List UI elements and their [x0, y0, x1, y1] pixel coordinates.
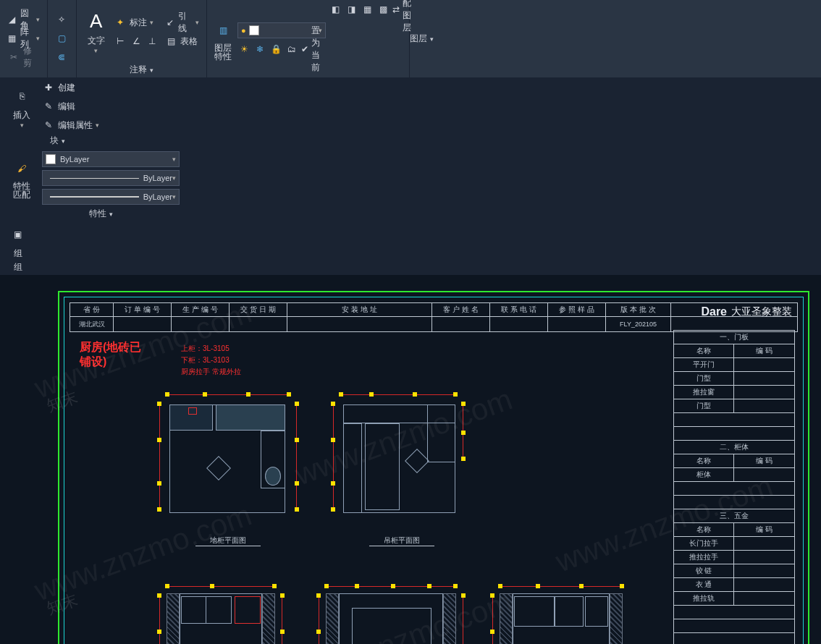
trim-button[interactable]: ✂修剪 — [7, 49, 40, 65]
edit-label: 编辑 — [58, 101, 75, 113]
fillet-icon: ◢ — [7, 13, 17, 26]
leader-label: 引线 — [178, 10, 193, 35]
leader-button[interactable]: ↙引线▾ — [164, 14, 199, 30]
create-icon: ✚ — [42, 81, 55, 94]
brand-name: 大亚圣象整装 — [731, 305, 792, 318]
st-s2-title: 二、柜体 — [674, 441, 794, 454]
setcurrent-label: 置为当前 — [311, 25, 326, 74]
brand-logo: Dare — [701, 305, 727, 318]
dim-label: 标注 — [130, 17, 147, 29]
dim-tool-3[interactable]: ⊥ — [146, 33, 159, 49]
layeroff-icon: ❄ — [253, 43, 266, 56]
text-button[interactable]: A文字▾ — [81, 1, 111, 62]
layer-tool-1[interactable]: ☀ — [237, 41, 250, 57]
layer-props-button[interactable]: ▥图层 特性 — [211, 1, 235, 77]
group-button[interactable]: ▣组 — [4, 223, 31, 260]
insert-icon: ⎘ — [10, 85, 33, 108]
layer7-icon: ▦ — [361, 3, 374, 16]
group-icon: ▣ — [7, 223, 30, 246]
st-s3-title: 三、五金 — [674, 509, 794, 522]
explode-icon: ✧ — [55, 13, 68, 26]
trim-label: 修剪 — [23, 45, 40, 69]
ribbon-group-modify2: ✧ ▢ ⋐ — [48, 0, 77, 77]
layer-tool-2[interactable]: ❄ — [253, 41, 266, 57]
table-button[interactable]: ▤表格 — [164, 33, 199, 49]
dim-tool-1[interactable]: ⊢ — [114, 33, 127, 49]
plan1-label: 地柜平面图 — [195, 535, 261, 546]
lineweight-dropdown[interactable]: ByLayer▾ — [42, 189, 180, 205]
dimension-button[interactable]: ✦标注▾ — [114, 14, 159, 30]
tool-2[interactable]: ▢ — [55, 30, 68, 46]
layer-tool-8[interactable]: ▩ — [376, 1, 390, 17]
layerprops-icon: ▥ — [211, 19, 235, 42]
matchprop-label: 特性 匹配 — [13, 182, 30, 199]
ribbon-group-block: ⎘插入▾ ✚创建 ✎编辑 ✎编辑属性▾ 块▾ — [0, 78, 116, 148]
view-plan2 — [333, 394, 463, 525]
angdim-icon: ∠ — [130, 35, 143, 48]
layer-tool-4[interactable]: 🗂 — [285, 41, 298, 57]
linetype-dropdown[interactable]: ByLayer▾ — [42, 170, 180, 186]
layerlock-icon: 🗂 — [285, 43, 298, 56]
brand: Dare 大亚圣象整装 — [701, 305, 792, 318]
ribbon-group-properties: 🖌特性 匹配 ByLayer▾ ByLayer▾ ByLayer▾ 特性▾ — [0, 148, 203, 221]
properties-group-label: 特性▾ — [4, 206, 198, 221]
tool-1[interactable]: ✧ — [55, 12, 68, 27]
linetype-value: ByLayer — [143, 174, 172, 182]
ribbon-group-group: ▣组 组 — [0, 221, 36, 275]
view-plan1 — [159, 394, 297, 525]
view-elevb — [319, 586, 463, 644]
editattr-icon: ✎ — [42, 119, 55, 132]
array-icon: ▦ — [7, 32, 17, 45]
block-group-label: 块▾ — [4, 133, 111, 148]
dimension-icon: ✦ — [114, 16, 127, 29]
ribbon: ◢圆角▾ ▦阵列▾ ✂修剪 ✧ ▢ ⋐ A文字▾ ✦标注▾ ⊢ ∠ ⊥ — [0, 0, 821, 78]
table-label: 表格 — [180, 35, 198, 48]
layer-tool-5[interactable]: ◧ — [329, 1, 342, 17]
drawing-canvas[interactable]: 省 份 订 单 编 号 生 产 编 号 交 货 日 期 安 装 地 址 客 户 … — [0, 275, 821, 644]
edit-icon: ✎ — [42, 100, 55, 113]
drawing-title: 厨房(地砖已 铺设) — [80, 340, 141, 369]
layeron-icon: ☀ — [237, 43, 250, 56]
ribbon-group-annotate: A文字▾ ✦标注▾ ⊢ ∠ ⊥ ↙引线▾ ▤表格 注释▾ — [77, 0, 207, 77]
tb-v-province: 湖北武汉 — [70, 317, 114, 331]
insert-button[interactable]: ⎘插入▾ — [4, 80, 39, 133]
lineweight-value: ByLayer — [143, 192, 172, 201]
subset-icon: ⋐ — [55, 51, 68, 64]
plan2-label: 吊柜平面图 — [369, 535, 434, 546]
create-button[interactable]: ✚创建 — [42, 80, 99, 96]
editattr-label: 编辑属性 — [58, 119, 93, 132]
layerfreeze-icon: 🔒 — [269, 43, 282, 56]
editattr-button[interactable]: ✎编辑属性▾ — [42, 117, 99, 133]
titleblock: 省 份 订 单 编 号 生 产 编 号 交 货 日 期 安 装 地 址 客 户 … — [70, 302, 798, 332]
ribbon-group-layers: ▥图层 特性 ●▾ ☀ ❄ 🔒 🗂 ✔置为当前 ◧ ◨ ▦ ▩ ⇄匹配图层 — [207, 0, 410, 77]
matchprop-icon: 🖌 — [10, 157, 33, 180]
fillet-button[interactable]: ◢圆角▾ — [7, 12, 40, 27]
tool-3[interactable]: ⋐ — [55, 49, 68, 65]
matchprop-button[interactable]: 🖌特性 匹配 — [4, 150, 39, 206]
drawing-notes: 上柜：3L-3105 下柜：3L-3103 厨房拉手 常规外拉 — [181, 343, 241, 378]
color-dropdown[interactable]: ByLayer▾ — [42, 151, 180, 167]
layer-tool-7[interactable]: ▦ — [361, 1, 374, 17]
side-spec-table: 一、门板 名称编 码 平开门 门型 推拉窗 门型 二、柜体 名称编 码 柜体 三… — [673, 330, 795, 644]
dim-tool-2[interactable]: ∠ — [130, 33, 143, 49]
array-button[interactable]: ▦阵列▾ — [7, 30, 40, 46]
lineardim-icon: ⊢ — [114, 35, 127, 48]
setcurrent-button[interactable]: ✔置为当前 — [301, 41, 326, 57]
tb-h-tel: 联 系 电 话 — [490, 303, 548, 316]
tb-h-addr: 安 装 地 址 — [287, 303, 432, 316]
layers-group-label: 图层▾ — [410, 0, 434, 77]
tb-h-province: 省 份 — [70, 303, 114, 316]
text-label: 文字 — [88, 35, 105, 47]
tb-h-ref: 参 照 样 品 — [548, 303, 606, 316]
layer5-icon: ◧ — [329, 3, 342, 16]
view-elevc: 下翻门 双 篮 横 篮 — [492, 586, 630, 644]
insert-label: 插入 — [13, 109, 30, 122]
layer-tool-6[interactable]: ◨ — [345, 1, 358, 17]
layer6-icon: ◨ — [345, 3, 358, 16]
setcurrent-icon: ✔ — [301, 43, 308, 56]
leader-icon: ↙ — [164, 16, 175, 29]
matchlayer-icon: ⇄ — [392, 3, 400, 16]
ribbon-group-modify: ◢圆角▾ ▦阵列▾ ✂修剪 — [0, 0, 48, 77]
layer-tool-3[interactable]: 🔒 — [269, 41, 282, 57]
edit-button[interactable]: ✎编辑 — [42, 98, 99, 114]
